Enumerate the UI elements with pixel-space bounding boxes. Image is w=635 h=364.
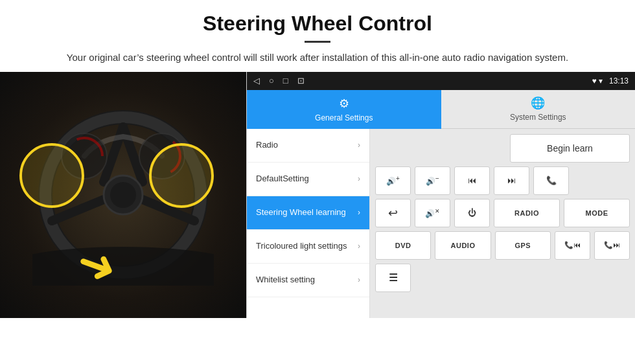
begin-learn-button[interactable]: Begin learn — [510, 134, 630, 163]
menu-steering-label: Steering Wheel learning — [256, 207, 358, 218]
control-panel: Begin learn 🔊+ 🔊− ⏮ — [370, 129, 635, 318]
menu-whitelist-label: Whitelist setting — [256, 275, 358, 286]
bottom-icon-row: ☰ — [375, 264, 630, 292]
phone-prev-icon: 📞⏮ — [564, 241, 581, 249]
page-header: Steering Wheel Control Your original car… — [0, 0, 635, 72]
mode-button[interactable]: MODE — [564, 199, 630, 227]
svg-point-7 — [110, 182, 136, 208]
menu-item-tricoloured[interactable]: Tricoloured light settings › — [247, 230, 369, 264]
radio-label: RADIO — [514, 209, 539, 217]
power-button[interactable]: ⏻ — [454, 199, 490, 227]
general-settings-icon: ⚙ — [339, 97, 349, 111]
gps-button[interactable]: GPS — [495, 231, 551, 260]
prev-track-icon: ⏮ — [468, 176, 476, 185]
status-bar: ◁ ○ □ ⊡ ♥ ▾ 13:13 — [247, 72, 635, 90]
status-bar-left: ◁ ○ □ ⊡ — [253, 76, 305, 85]
back-nav-icon[interactable]: ◁ — [253, 76, 260, 85]
menu-item-radio[interactable]: Radio › — [247, 129, 369, 163]
tab-system-settings[interactable]: 🌐 System Settings — [441, 90, 636, 129]
clock: 13:13 — [609, 76, 629, 85]
controls-row-3: DVD AUDIO GPS 📞⏮ 📞⏭ — [375, 231, 630, 260]
phone-button[interactable]: 📞 — [533, 166, 569, 195]
next-track-button[interactable]: ⏭ — [494, 166, 529, 195]
system-settings-icon: 🌐 — [531, 96, 545, 110]
phone-next-icon: 📞⏭ — [604, 241, 620, 249]
back-icon: ↩ — [388, 206, 398, 220]
mute-icon: 🔊✕ — [425, 208, 440, 218]
volume-down-button[interactable]: 🔊− — [415, 166, 450, 195]
signal-icons: ♥ ▾ — [592, 76, 606, 85]
highlight-circle-right — [149, 143, 214, 208]
menu-steering-chevron: › — [358, 208, 360, 217]
radio-button[interactable]: RADIO — [494, 199, 560, 227]
volume-down-icon: 🔊− — [426, 175, 439, 186]
page-title: Steering Wheel Control — [26, 12, 609, 36]
car-image-bg: ➜ — [0, 72, 246, 318]
android-panel: ◁ ○ □ ⊡ ♥ ▾ 13:13 ⚙ General Settings 🌐 — [246, 72, 635, 318]
content-area: ➜ ◁ ○ □ ⊡ ♥ ▾ 13:13 ⚙ — [0, 72, 635, 318]
screenshot-nav-icon[interactable]: ⊡ — [297, 76, 305, 85]
menu-item-whitelist[interactable]: Whitelist setting › — [247, 264, 369, 297]
audio-button[interactable]: AUDIO — [435, 231, 491, 260]
volume-up-button[interactable]: 🔊+ — [375, 166, 411, 195]
volume-up-icon: 🔊+ — [386, 175, 400, 186]
highlight-circle-left — [19, 143, 84, 208]
begin-learn-row: Begin learn — [375, 134, 630, 163]
gps-label: GPS — [514, 242, 531, 249]
menu-tricoloured-chevron: › — [358, 242, 360, 251]
menu-defaultsetting-label: DefaultSetting — [256, 174, 358, 185]
menu-tricoloured-label: Tricoloured light settings — [256, 241, 358, 252]
dvd-label: DVD — [395, 242, 411, 249]
power-icon: ⏻ — [468, 208, 476, 218]
title-divider — [305, 41, 330, 43]
menu-item-steering[interactable]: Steering Wheel learning › — [247, 196, 369, 230]
tab-bar: ⚙ General Settings 🌐 System Settings — [247, 90, 635, 129]
page-subtitle: Your original car’s steering wheel contr… — [26, 51, 609, 65]
menu-defaultsetting-chevron: › — [358, 174, 360, 183]
menu-whitelist-chevron: › — [358, 275, 360, 284]
menu-panel: Radio › DefaultSetting › Steering Wheel … — [247, 129, 370, 318]
menu-item-defaultsetting[interactable]: DefaultSetting › — [247, 163, 369, 196]
recent-nav-icon[interactable]: □ — [283, 76, 288, 85]
dvd-button[interactable]: DVD — [375, 231, 431, 260]
phone-icon: 📞 — [546, 176, 557, 185]
menu-radio-chevron: › — [358, 141, 360, 150]
tab-system-label: System Settings — [510, 113, 566, 122]
controls-row-2: ↩ 🔊✕ ⏻ RADIO MODE — [375, 199, 630, 227]
car-image-panel: ➜ — [0, 72, 246, 318]
phone-next-button[interactable]: 📞⏭ — [594, 231, 630, 260]
begin-learn-spacer — [375, 134, 506, 163]
menu-radio-label: Radio — [256, 140, 358, 151]
tab-general-label: General Settings — [315, 113, 373, 122]
main-content: Radio › DefaultSetting › Steering Wheel … — [247, 129, 635, 318]
hamburger-icon: ☰ — [389, 271, 398, 284]
prev-track-button[interactable]: ⏮ — [454, 166, 490, 195]
back-button[interactable]: ↩ — [375, 199, 411, 227]
menu-icon-button[interactable]: ☰ — [375, 264, 411, 292]
mute-button[interactable]: 🔊✕ — [415, 199, 450, 227]
phone-prev-button[interactable]: 📞⏮ — [555, 231, 590, 260]
controls-row-1: 🔊+ 🔊− ⏮ ⏭ 📞 — [375, 166, 630, 195]
svg-point-8 — [32, 247, 214, 286]
next-track-icon: ⏭ — [507, 176, 516, 185]
status-bar-right: ♥ ▾ 13:13 — [592, 76, 629, 85]
mode-label: MODE — [586, 209, 608, 217]
audio-label: AUDIO — [451, 242, 476, 249]
page-wrapper: Steering Wheel Control Your original car… — [0, 0, 635, 318]
tab-general-settings[interactable]: ⚙ General Settings — [247, 90, 441, 129]
home-nav-icon[interactable]: ○ — [269, 76, 274, 85]
